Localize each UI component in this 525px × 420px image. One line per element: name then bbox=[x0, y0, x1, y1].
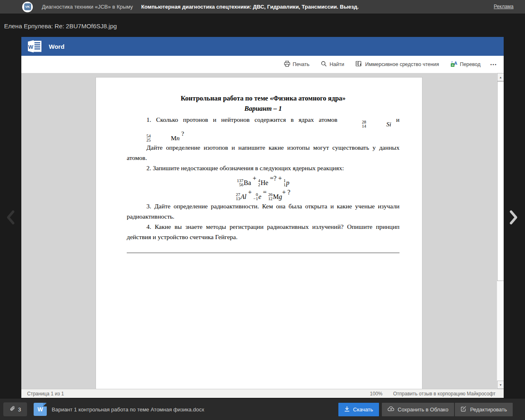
feedback-link[interactable]: Отправить отзыв в корпорацию Майкрософт bbox=[393, 391, 495, 397]
document-viewport: Контрольная работа по теме «Физика атомн… bbox=[21, 73, 504, 389]
ad-banner: VK Диагностика техники «JCB» в Крыму Ком… bbox=[0, 0, 525, 14]
download-label: Скачать bbox=[353, 406, 373, 413]
scroll-down-button[interactable]: ▼ bbox=[497, 381, 504, 389]
print-label: Печать bbox=[293, 62, 310, 67]
page-indicator: Страница 1 из 1 bbox=[27, 391, 64, 397]
svg-text:a: a bbox=[452, 63, 454, 67]
document-divider bbox=[127, 253, 399, 253]
previous-attachment-button[interactable] bbox=[5, 208, 16, 228]
vertical-scrollbar[interactable]: ▲ ▼ bbox=[497, 73, 504, 389]
nuclear-reaction-2: 2713Al + 0−1e = 2612Mg+ ? bbox=[127, 187, 399, 201]
vk-logo-icon[interactable]: VK bbox=[22, 2, 33, 12]
word-online-frame: W Word Печать Найти bbox=[21, 37, 504, 398]
scroll-up-button[interactable]: ▲ bbox=[497, 73, 504, 81]
nuclear-reaction-1: 13756Ba + 42He =? + 11p bbox=[127, 173, 399, 187]
save-to-cloud-button[interactable]: Сохранить в Облако bbox=[382, 403, 454, 416]
translate-button[interactable]: a A Перевод bbox=[450, 61, 480, 68]
ad-title[interactable]: Диагностика техники «JCB» в Крыму bbox=[42, 4, 133, 10]
word-file-icon: W bbox=[34, 403, 47, 416]
word-brand-label: Word bbox=[49, 43, 64, 50]
edit-label: Редактировать bbox=[470, 406, 507, 413]
printer-icon bbox=[284, 61, 290, 68]
print-button[interactable]: Печать bbox=[284, 61, 310, 68]
cloud-icon bbox=[388, 406, 395, 413]
attachments-chip[interactable]: 3 bbox=[3, 402, 27, 416]
zoom-level[interactable]: 100% bbox=[370, 391, 383, 397]
download-icon bbox=[344, 406, 350, 413]
document-variant: Вариант – 1 bbox=[127, 103, 399, 114]
document-page: Контрольная работа по теме «Физика атомн… bbox=[96, 77, 422, 389]
find-button[interactable]: Найти bbox=[321, 61, 344, 68]
question-1: 1. Сколько протонов и нейтронов содержит… bbox=[127, 114, 399, 142]
immersive-reader-button[interactable]: Иммерсивное средство чтения bbox=[356, 61, 439, 68]
more-options-button[interactable]: ••• bbox=[490, 62, 497, 67]
immersive-reader-label: Иммерсивное средство чтения bbox=[365, 62, 439, 67]
scrollbar-thumb[interactable] bbox=[497, 81, 504, 281]
file-name: Вариант 1 контрольная работа по теме Ато… bbox=[52, 406, 204, 413]
immersive-reader-icon bbox=[356, 61, 363, 68]
question-2: 2. Запишите недостающие обозначения в сл… bbox=[127, 163, 399, 173]
word-logo-letter: W bbox=[28, 44, 34, 50]
vk-logo-letters: VK bbox=[24, 3, 31, 10]
ad-text[interactable]: Компьютерная диагностика спецтехники: ДВ… bbox=[141, 4, 359, 10]
find-label: Найти bbox=[329, 62, 344, 67]
edit-button[interactable]: Редактировать bbox=[455, 403, 513, 416]
translate-icon: a A bbox=[450, 61, 457, 68]
word-logo-icon: W bbox=[28, 40, 43, 52]
question-1-continued: Дайте определение изотопов и напишите ка… bbox=[127, 142, 399, 163]
word-header: W Word bbox=[21, 37, 504, 56]
save-to-cloud-label: Сохранить в Облако bbox=[398, 406, 449, 413]
file-icon-letter: W bbox=[37, 406, 43, 413]
question-3: 3. Дайте определение радиоактивности. Ке… bbox=[127, 201, 399, 221]
word-toolbar: Печать Найти Имм bbox=[21, 56, 504, 73]
search-icon bbox=[321, 61, 327, 68]
download-button[interactable]: Скачать bbox=[338, 403, 379, 416]
attachments-count: 3 bbox=[18, 406, 21, 413]
question-4: 4. Какие вы знаете методы регистрации ра… bbox=[127, 221, 399, 242]
svg-text:A: A bbox=[454, 61, 457, 66]
attachment-viewer-title: Елена Ерпулева: Re: 2BU7MOf6SJ8.jpg bbox=[4, 21, 117, 32]
ad-disclosure-link[interactable]: Реклама bbox=[494, 4, 514, 9]
next-attachment-button[interactable] bbox=[508, 208, 519, 228]
document-title: Контрольная работа по теме «Физика атомн… bbox=[127, 93, 399, 103]
attachment-bottom-bar: 3 W Вариант 1 контрольная работа по теме… bbox=[0, 399, 525, 420]
word-status-bar: Страница 1 из 1 100% Отправить отзыв в к… bbox=[21, 389, 504, 398]
edit-icon bbox=[461, 406, 467, 413]
translate-label: Перевод bbox=[460, 62, 480, 67]
paperclip-icon bbox=[9, 406, 16, 413]
